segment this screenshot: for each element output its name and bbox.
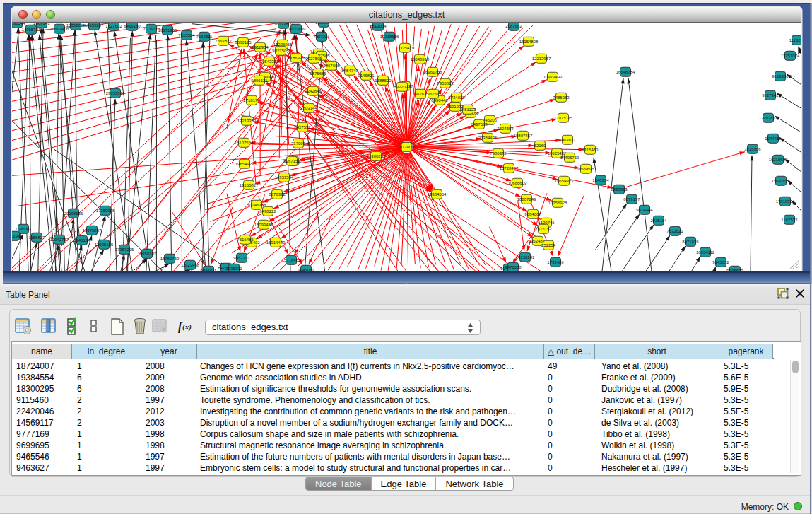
svg-text:1527602: 1527602 <box>105 23 122 28</box>
svg-text:9699695: 9699695 <box>577 166 594 170</box>
svg-text:8813054: 8813054 <box>370 23 387 28</box>
svg-text:7485063: 7485063 <box>553 95 570 99</box>
svg-text:8267150: 8267150 <box>283 158 300 163</box>
svg-text:10688609: 10688609 <box>508 180 527 185</box>
svg-text:6466160: 6466160 <box>124 23 141 28</box>
svg-text:14136141: 14136141 <box>516 255 535 259</box>
svg-text:9327505: 9327505 <box>272 48 289 52</box>
svg-text:2935114: 2935114 <box>651 218 668 222</box>
svg-text:6497568: 6497568 <box>471 122 488 126</box>
svg-text:14495759: 14495759 <box>560 155 579 159</box>
svg-text:9245011: 9245011 <box>201 268 218 271</box>
svg-text:1640934: 1640934 <box>592 177 609 182</box>
svg-text:15716485: 15716485 <box>282 257 301 262</box>
svg-text:7986372: 7986372 <box>490 151 507 155</box>
svg-text:19654923: 19654923 <box>235 161 254 165</box>
svg-text:13751074: 13751074 <box>781 53 800 57</box>
svg-text:10046788: 10046788 <box>247 202 266 206</box>
svg-text:9245652: 9245652 <box>712 259 729 264</box>
svg-text:12942757: 12942757 <box>50 237 69 241</box>
svg-text:8660125: 8660125 <box>235 40 252 44</box>
svg-text:8322037: 8322037 <box>394 84 411 88</box>
svg-text:6679197: 6679197 <box>623 197 640 201</box>
svg-text:1588520: 1588520 <box>375 78 392 82</box>
svg-text:19166827: 19166827 <box>240 182 259 187</box>
svg-text:8471676: 8471676 <box>682 239 699 243</box>
svg-text:7357224: 7357224 <box>313 34 330 38</box>
svg-text:8678332: 8678332 <box>269 192 286 196</box>
svg-text:9245699: 9245699 <box>726 268 743 271</box>
svg-text:9474444: 9474444 <box>636 207 653 211</box>
svg-text:21300235: 21300235 <box>367 153 386 158</box>
svg-text:18724007: 18724007 <box>397 144 416 148</box>
svg-text:8471688: 8471688 <box>505 264 522 269</box>
svg-text:9242845: 9242845 <box>305 88 322 93</box>
svg-text:11325419: 11325419 <box>396 45 415 49</box>
svg-text:7632621: 7632621 <box>666 228 683 233</box>
svg-text:(x): (x) <box>182 322 192 332</box>
svg-text:16543382: 16543382 <box>260 59 279 63</box>
svg-text:9115460: 9115460 <box>582 147 599 151</box>
svg-text:20206556: 20206556 <box>64 211 83 215</box>
svg-text:1733426: 1733426 <box>547 259 564 264</box>
svg-text:17975115: 17975115 <box>554 115 573 119</box>
svg-text:16107554: 16107554 <box>235 140 254 144</box>
svg-text:1621072: 1621072 <box>447 104 464 108</box>
svg-text:10973493: 10973493 <box>543 74 563 78</box>
svg-text:8427552: 8427552 <box>294 124 311 129</box>
svg-text:12213383: 12213383 <box>237 118 257 122</box>
svg-text:62160: 62160 <box>534 143 546 147</box>
svg-text:8912954: 8912954 <box>252 45 269 49</box>
svg-text:16782759: 16782759 <box>160 256 180 260</box>
svg-text:16154808: 16154808 <box>519 39 539 43</box>
svg-text:5875685: 5875685 <box>310 71 326 75</box>
svg-text:29053546: 29053546 <box>106 90 125 95</box>
svg-text:1113254: 1113254 <box>789 37 801 42</box>
svg-text:2069141: 2069141 <box>33 23 50 25</box>
svg-text:8938913: 8938913 <box>611 187 628 191</box>
svg-text:9457791: 9457791 <box>233 255 250 259</box>
svg-text:3624554: 3624554 <box>497 126 514 130</box>
svg-text:19654923: 19654923 <box>555 178 574 182</box>
svg-text:16033809: 16033809 <box>287 26 306 30</box>
svg-text:9896121: 9896121 <box>251 78 268 82</box>
svg-text:9245087: 9245087 <box>298 267 314 271</box>
svg-text:9129966: 9129966 <box>772 74 789 78</box>
svg-text:10653267: 10653267 <box>85 23 104 27</box>
svg-text:1615152: 1615152 <box>535 226 552 230</box>
svg-text:1595081: 1595081 <box>15 226 32 230</box>
svg-text:2803144: 2803144 <box>300 105 317 110</box>
svg-text:9327505: 9327505 <box>305 56 322 60</box>
svg-text:252254: 252254 <box>541 243 556 247</box>
svg-text:12093872: 12093872 <box>759 115 778 119</box>
svg-text:7663822: 7663822 <box>215 38 232 42</box>
svg-text:1145194: 1145194 <box>74 238 91 242</box>
svg-text:16648784: 16648784 <box>616 69 635 74</box>
svg-text:6734028: 6734028 <box>448 95 465 99</box>
svg-text:10756928: 10756928 <box>548 200 567 204</box>
svg-text:1167533: 1167533 <box>782 217 799 221</box>
svg-text:18640910: 18640910 <box>411 57 430 61</box>
svg-text:10975867: 10975867 <box>83 228 102 232</box>
svg-text:17016504: 17016504 <box>776 199 795 203</box>
svg-text:14353594: 14353594 <box>275 175 294 179</box>
svg-text:19384554: 19384554 <box>428 192 447 196</box>
svg-text:10853809: 10853809 <box>66 23 86 27</box>
svg-text:1362615: 1362615 <box>425 91 442 95</box>
svg-text:10958107: 10958107 <box>138 251 157 255</box>
svg-text:1244415: 1244415 <box>765 136 782 140</box>
svg-text:17957225: 17957225 <box>115 247 134 251</box>
svg-text:7663811: 7663811 <box>196 34 213 38</box>
svg-text:3215956: 3215956 <box>744 146 761 151</box>
svg-text:7616485: 7616485 <box>237 237 254 241</box>
svg-text:16210643: 16210643 <box>769 157 788 161</box>
svg-text:17359938: 17359938 <box>96 208 115 212</box>
svg-text:16961758: 16961758 <box>423 69 442 74</box>
svg-text:16914479: 16914479 <box>266 240 286 244</box>
svg-text:9146821: 9146821 <box>358 73 375 77</box>
svg-text:317005: 317005 <box>291 141 306 145</box>
svg-text:16033809: 16033809 <box>274 23 293 26</box>
svg-text:15720407: 15720407 <box>500 165 519 170</box>
svg-text:3915943: 3915943 <box>12 233 23 238</box>
svg-text:6498222: 6498222 <box>259 209 276 213</box>
